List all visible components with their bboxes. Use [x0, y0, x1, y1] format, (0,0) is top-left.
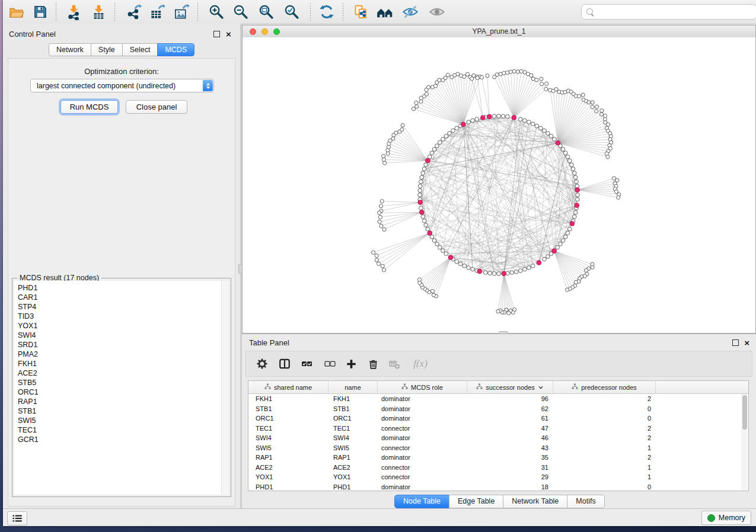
table-row[interactable]: YOX1YOX1connector291	[248, 472, 748, 482]
mcds-list-scrollbar[interactable]	[221, 281, 229, 495]
table-row[interactable]: SWI5SWI5connector431	[248, 443, 748, 453]
mcds-tab-content: Optimization criterion: largest connecte…	[8, 58, 235, 507]
mcds-result-item[interactable]: TID3	[14, 312, 229, 321]
tab-mcds[interactable]: MCDS	[157, 43, 194, 56]
mcds-result-item[interactable]: YOX1	[14, 321, 229, 331]
column-header-MCDS-role[interactable]: MCDS role	[378, 381, 467, 393]
mcds-result-item[interactable]: ORC1	[14, 387, 229, 397]
show-all-eye-icon[interactable]	[426, 1, 448, 23]
cell-MCDS-role: dominator	[378, 395, 467, 402]
network-window-titlebar[interactable]: YPA_prune.txt_1	[243, 25, 755, 38]
table-scrollbar[interactable]	[741, 394, 748, 490]
deselect-all-rows-icon[interactable]	[322, 356, 337, 371]
memory-label: Memory	[719, 514, 745, 522]
cell-name: ORC1	[328, 415, 378, 422]
cell-name: RAP1	[328, 454, 378, 461]
node-table[interactable]: shared namenameMCDS rolesuccessor nodesp…	[248, 380, 749, 491]
cell-name: ACE2	[328, 464, 378, 471]
criterion-select[interactable]: largest connected component (undirected)	[30, 79, 214, 92]
mcds-result-item[interactable]: FKH1	[14, 359, 229, 368]
tab-network[interactable]: Network	[49, 43, 91, 56]
table-row[interactable]: SWI4SWI4dominator462	[248, 433, 748, 443]
mcds-result-item[interactable]: SWI4	[14, 331, 229, 340]
table-row[interactable]: STB1STB1dominator620	[248, 404, 748, 414]
zoom-in-icon[interactable]	[206, 1, 227, 23]
memory-button[interactable]: Memory	[701, 511, 751, 525]
search-box[interactable]	[581, 4, 756, 20]
attribute-type-icon	[476, 383, 483, 391]
zoom-fit-icon[interactable]	[256, 1, 277, 23]
mcds-result-item[interactable]: PMA2	[14, 350, 229, 359]
export-image-icon[interactable]	[171, 1, 192, 23]
first-neighbors-icon[interactable]	[374, 1, 395, 23]
mcds-result-item[interactable]: STB5	[14, 378, 229, 387]
export-network-icon[interactable]	[123, 1, 145, 23]
tab-edge-table[interactable]: Edge Table	[449, 495, 503, 508]
cell-predecessor-nodes: 2	[553, 425, 656, 432]
table-scrollbar-thumb[interactable]	[742, 395, 747, 430]
mcds-result-item[interactable]: PHD1	[14, 283, 229, 293]
mcds-result-item[interactable]: TEC1	[14, 425, 229, 435]
zoom-out-icon[interactable]	[230, 1, 251, 23]
export-table-icon[interactable]	[146, 1, 168, 23]
run-mcds-button[interactable]: Run MCDS	[60, 100, 118, 114]
mcds-result-item[interactable]: CAR1	[14, 293, 229, 302]
close-table-panel-icon[interactable]: ×	[744, 340, 749, 346]
cell-MCDS-role: connector	[378, 425, 467, 432]
table-row[interactable]: RAP1RAP1dominator352	[248, 453, 748, 463]
mcds-result-item[interactable]: RAP1	[14, 397, 229, 406]
mcds-result-item[interactable]: STP4	[14, 302, 229, 312]
tab-select[interactable]: Select	[122, 43, 158, 56]
cell-MCDS-role: connector	[378, 444, 467, 451]
hide-selected-eye-icon[interactable]	[400, 1, 421, 23]
network-canvas[interactable]	[243, 37, 755, 333]
mcds-result-list[interactable]: PHD1CAR1STP4TID3YOX1SWI4SRD1PMA2FKH1ACE2…	[14, 281, 229, 495]
table-row[interactable]: ORC1ORC1dominator610	[248, 414, 748, 424]
column-header-successor-nodes[interactable]: successor nodes	[467, 381, 553, 393]
table-row[interactable]: PHD1PHD1dominator180	[248, 482, 748, 492]
add-column-icon[interactable]	[343, 356, 359, 371]
zoom-selected-icon[interactable]	[281, 1, 302, 23]
close-panel-icon[interactable]: ×	[226, 31, 231, 37]
tab-motifs[interactable]: Motifs	[567, 495, 604, 508]
column-header-predecessor-nodes[interactable]: predecessor nodes	[553, 381, 656, 393]
cell-shared-name: STB1	[248, 405, 328, 412]
tab-network-table[interactable]: Network Table	[503, 495, 567, 508]
table-settings-gear-icon[interactable]	[254, 356, 270, 371]
open-file-icon[interactable]	[5, 1, 27, 23]
delete-column-trash-icon[interactable]	[365, 356, 381, 371]
table-row[interactable]: TEC1TEC1connector472	[248, 424, 748, 434]
task-history-button[interactable]	[7, 511, 27, 525]
import-network-icon[interactable]	[63, 1, 84, 23]
mcds-result-item[interactable]: STB1	[14, 406, 229, 416]
table-panel: Table Panel ×	[242, 334, 756, 508]
float-table-panel-icon[interactable]	[732, 339, 739, 346]
column-header-shared-name[interactable]: shared name	[248, 381, 328, 393]
cell-successor-nodes: 46	[467, 434, 553, 441]
mcds-result-item[interactable]: SRD1	[14, 340, 229, 350]
tab-style[interactable]: Style	[91, 43, 123, 56]
refresh-icon[interactable]	[316, 1, 337, 23]
copy-view-icon[interactable]	[350, 1, 371, 23]
mcds-result-item[interactable]: ACE2	[14, 368, 229, 378]
select-all-rows-icon[interactable]	[299, 356, 314, 371]
float-panel-icon[interactable]	[213, 31, 220, 37]
criterion-value: largest connected component (undirected)	[37, 82, 176, 90]
import-table-icon[interactable]	[88, 1, 109, 23]
table-row[interactable]: ACE2ACE2connector311	[248, 463, 748, 473]
search-input[interactable]	[595, 7, 752, 17]
status-bar: Memory	[3, 508, 756, 526]
control-panel-tabs: Network Style Select MCDS	[49, 43, 194, 56]
tab-node-table[interactable]: Node Table	[394, 495, 449, 508]
cell-predecessor-nodes: 1	[553, 464, 656, 471]
mcds-result-item[interactable]: SWI5	[14, 416, 229, 425]
cell-name: SWI4	[328, 434, 378, 441]
column-visibility-icon[interactable]	[277, 356, 292, 371]
column-header-name[interactable]: name	[328, 381, 378, 393]
mcds-result-item[interactable]: GCR1	[14, 435, 229, 444]
close-panel-button[interactable]: Close panel	[126, 100, 187, 114]
save-session-icon[interactable]	[30, 1, 51, 23]
table-row[interactable]: FKH1FKH1dominator962	[248, 394, 748, 404]
app-window: Control Panel × Network Style Select MCD…	[3, 0, 756, 526]
sort-desc-icon	[538, 384, 544, 391]
